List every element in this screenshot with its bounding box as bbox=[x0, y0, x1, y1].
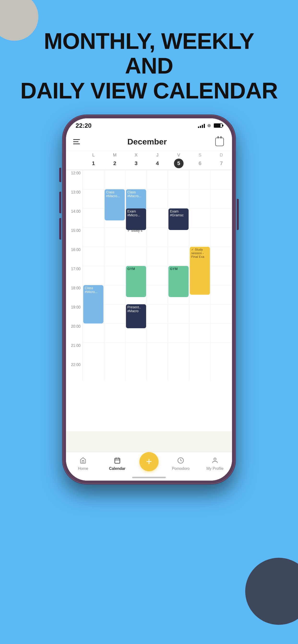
event-exam-micro[interactable]: Exam #Micro... bbox=[126, 208, 146, 230]
battery-icon bbox=[214, 124, 222, 128]
day-header-1: M 2 bbox=[104, 151, 125, 170]
event-class-micro-mon[interactable]: Class #Micro... bbox=[83, 285, 103, 324]
day-column-5: ✓ Study session - Final Exa bbox=[189, 170, 211, 381]
day-header-5: S 6 bbox=[189, 151, 211, 170]
nav-label-pomodoro: Pomodoro bbox=[172, 466, 190, 471]
calendar-area: L 1 M 2 X 3 J 4 bbox=[66, 151, 232, 431]
hero-line-1: MONTHLY, WEEKLY AND bbox=[19, 29, 279, 78]
home-icon bbox=[80, 457, 86, 466]
day-column-4: Exam #Gramsc GYM bbox=[168, 170, 189, 381]
svg-rect-0 bbox=[115, 458, 120, 463]
event-study-check[interactable]: ✓ Study s bbox=[126, 228, 146, 240]
time-column: 12:00 13:00 14:00 15:00 16:00 17:00 18:0… bbox=[66, 170, 83, 431]
bg-decoration-circle-br bbox=[245, 558, 298, 625]
svg-point-5 bbox=[214, 458, 216, 460]
day-column-2: Class #Macro... Exam #Micro... ✓ Study s… bbox=[125, 170, 147, 381]
phone-mockup: 22:20 ⊛ December bbox=[63, 115, 235, 484]
day-column-0: Class #Micro... bbox=[83, 170, 104, 381]
day-header-2: X 3 bbox=[125, 151, 147, 170]
side-button-power bbox=[237, 199, 239, 230]
app-header: December bbox=[66, 133, 232, 151]
hamburger-menu-button[interactable] bbox=[73, 139, 80, 144]
day-column-1: Class #Macro... bbox=[104, 170, 125, 381]
month-title: December bbox=[127, 137, 167, 146]
nav-item-calendar[interactable]: Calendar bbox=[105, 457, 129, 471]
profile-icon bbox=[212, 457, 218, 466]
nav-label-my-profile: My Profile bbox=[206, 466, 223, 471]
phone-screen: 22:20 ⊛ December bbox=[66, 118, 232, 480]
side-button-vol-down bbox=[59, 218, 61, 240]
side-button-vol-up bbox=[59, 192, 61, 213]
status-icons: ⊛ bbox=[198, 123, 222, 128]
nav-item-home[interactable]: Home bbox=[71, 457, 95, 471]
day-header-4: V 5 bbox=[168, 151, 189, 170]
nav-label-home: Home bbox=[78, 466, 88, 471]
nav-item-pomodoro[interactable]: Pomodoro bbox=[169, 457, 193, 471]
pomodoro-icon bbox=[177, 457, 184, 466]
phone-body: 22:20 ⊛ December bbox=[63, 115, 235, 484]
hero-line-2: DAILY VIEW CALENDAR bbox=[19, 78, 279, 103]
side-button-mute bbox=[59, 168, 61, 182]
plus-icon: + bbox=[146, 456, 152, 468]
status-bar: 22:20 ⊛ bbox=[66, 118, 232, 133]
calendar-view-button[interactable] bbox=[214, 136, 225, 147]
hero-title: MONTHLY, WEEKLY AND DAILY VIEW CALENDAR bbox=[0, 29, 298, 103]
nav-label-calendar: Calendar bbox=[109, 466, 125, 471]
status-time: 22:20 bbox=[76, 122, 92, 130]
event-exam-gramsc[interactable]: Exam #Gramsc bbox=[169, 208, 189, 230]
event-gym-wed[interactable]: GYM bbox=[126, 266, 146, 297]
day-header-0: L 1 bbox=[83, 151, 104, 170]
calendar-nav-icon bbox=[114, 457, 121, 466]
day-headers-row: L 1 M 2 X 3 J 4 bbox=[66, 151, 232, 170]
event-study-session-final[interactable]: ✓ Study session - Final Exa bbox=[190, 247, 210, 295]
time-grid: 12:00 13:00 14:00 15:00 16:00 17:00 18:0… bbox=[66, 170, 232, 431]
event-present-macro[interactable]: Present.. #Macro bbox=[126, 304, 146, 328]
home-indicator bbox=[132, 477, 166, 478]
event-gym-fri[interactable]: GYM bbox=[169, 266, 189, 297]
bottom-navigation: Home Calendar + bbox=[66, 452, 232, 480]
day-header-6: D 7 bbox=[211, 151, 232, 170]
nav-item-my-profile[interactable]: My Profile bbox=[203, 457, 227, 471]
signal-icon bbox=[198, 123, 205, 128]
day-header-3: J 4 bbox=[147, 151, 168, 170]
day-column-3 bbox=[147, 170, 168, 381]
day-column-6 bbox=[211, 170, 232, 381]
events-grid: .events-grid { position: relative; } .da… bbox=[83, 170, 232, 431]
add-event-button[interactable]: + bbox=[139, 452, 159, 471]
wifi-icon: ⊛ bbox=[207, 123, 211, 128]
event-class-macro-mon[interactable]: Class #Macro... bbox=[105, 189, 125, 220]
calendar-icon bbox=[215, 138, 224, 146]
